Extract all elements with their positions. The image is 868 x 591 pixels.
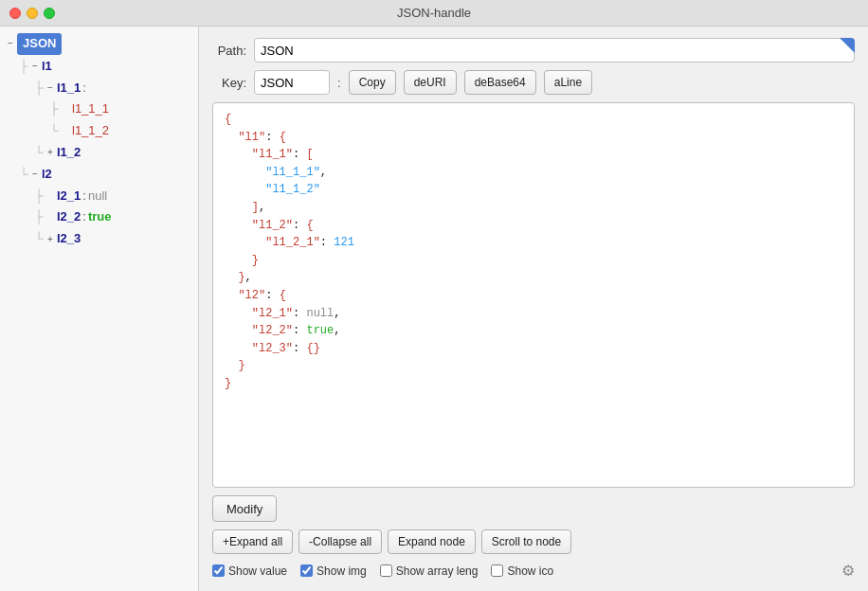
expand-icon-root[interactable]: − [4,36,17,51]
node-label-root: JSON [17,33,62,55]
window-title: JSON-handle [397,6,471,20]
node-key-l2_2: l2_2 [57,207,81,227]
modify-button[interactable]: Modify [212,495,277,522]
show-value-checkbox-item[interactable]: Show value [212,564,287,578]
tree-node-l2_2[interactable]: ├ l2_2 : true [4,206,194,228]
show-value-label: Show value [228,564,287,578]
checkbox-row: Show value Show img Show array leng Show… [212,562,855,580]
show-img-checkbox-item[interactable]: Show img [300,564,367,578]
expand-icon-l1_2[interactable]: + [44,145,57,160]
show-value-checkbox[interactable] [212,564,225,577]
key-colon: : [337,76,341,90]
node-value-l2_2: true [88,207,112,227]
show-array-leng-label: Show array leng [396,564,479,578]
show-img-checkbox[interactable] [300,564,313,577]
expand-all-button[interactable]: +Expand all [212,529,293,554]
title-bar: JSON-handle [0,0,868,27]
node-key-l2_3: l2_3 [57,229,81,249]
traffic-lights [9,8,55,19]
path-row: Path: [212,38,855,63]
tree-line: └ [34,143,44,163]
minimize-button[interactable] [27,8,38,19]
aline-button[interactable]: aLine [544,70,592,95]
colon: : [82,187,86,206]
node-key-l1_2: l1_2 [57,143,81,163]
key-row: Key: : Copy deURI deBase64 aLine [212,70,855,95]
bottom-buttons: +Expand all -Collapse all Expand node Sc… [212,529,855,554]
close-button[interactable] [9,8,21,19]
tree-node-l1_1_2[interactable]: └ l1_1_2 [4,120,194,142]
node-key-l2: l2 [42,165,52,185]
node-label-l1_1_1: l1_1_1 [72,99,109,119]
deuri-button[interactable]: deURI [404,70,457,95]
expand-icon-l1[interactable]: − [28,59,42,74]
tree-line: └ [34,229,44,249]
expand-icon-l2_3[interactable]: + [44,232,57,247]
key-input[interactable] [254,70,330,95]
debase64-button[interactable]: deBase64 [464,70,536,95]
main-layout: − JSON ├ − l1 ├ − l1_1 : ├ l1_1_1 └ l1_1… [0,27,868,591]
tree-node-l2[interactable]: └ − l2 [4,164,194,186]
modify-row: Modify [212,495,855,522]
show-array-leng-checkbox-item[interactable]: Show array leng [380,564,479,578]
tree-node-l1_1_1[interactable]: ├ l1_1_1 [4,98,194,120]
colon: : [82,207,86,227]
show-ico-checkbox[interactable] [491,564,503,577]
corner-triangle [840,38,855,53]
json-display[interactable]: { "l1": { "l1_1": [ "l1_1_1", "l1_1_2" ]… [212,102,855,488]
node-key-l1: l1 [42,57,52,77]
tree-line: ├ [34,187,44,206]
expand-icon-l1_1[interactable]: − [44,81,57,96]
maximize-button[interactable] [44,8,55,19]
node-label-l1_1_2: l1_1_2 [72,121,109,141]
key-label: Key: [212,76,246,90]
tree-line: └ [19,165,28,185]
node-value-l2_1: null [88,187,107,206]
tree-line: └ [49,121,59,141]
tree-line: ├ [34,79,44,98]
show-array-leng-checkbox[interactable] [380,564,392,577]
expand-node-button[interactable]: Expand node [388,529,476,554]
node-key-l2_1: l2_1 [57,187,81,206]
tree-node-l1_2[interactable]: └ + l1_2 [4,142,194,164]
collapse-all-button[interactable]: -Collapse all [298,529,382,554]
tree-node-l1[interactable]: ├ − l1 [4,56,194,78]
path-input-wrapper [254,38,855,63]
node-key-l1_1: l1_1 [57,79,81,98]
colon: : [82,79,86,98]
tree-line: ├ [19,57,28,77]
tree-line: ├ [34,207,44,227]
show-img-label: Show img [316,564,367,578]
show-ico-checkbox-item[interactable]: Show ico [491,564,553,578]
path-input[interactable] [254,38,855,63]
tree-panel: − JSON ├ − l1 ├ − l1_1 : ├ l1_1_1 └ l1_1… [0,27,199,591]
show-ico-label: Show ico [507,564,553,578]
copy-button[interactable]: Copy [349,70,396,95]
right-panel: Path: Key: : Copy deURI deBase64 aLine {… [199,27,868,591]
tree-line: ├ [49,99,59,119]
scroll-to-node-button[interactable]: Scroll to node [481,529,571,554]
tree-node-l1_1[interactable]: ├ − l1_1 : [4,78,194,99]
path-label: Path: [212,44,246,58]
expand-icon-l2[interactable]: − [28,167,42,182]
tree-node-l2_1[interactable]: ├ l2_1 : null [4,186,194,207]
tree-node-root[interactable]: − JSON [4,32,194,56]
gear-icon[interactable]: ⚙ [841,562,855,580]
tree-node-l2_3[interactable]: └ + l2_3 [4,228,194,250]
